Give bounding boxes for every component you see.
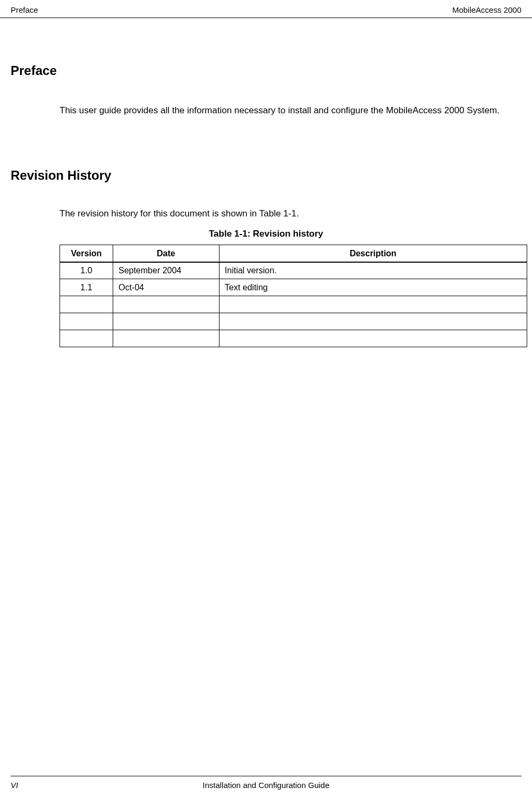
revision-history-heading: Revision History	[11, 168, 521, 183]
col-header-version: Version	[60, 245, 113, 262]
cell-description	[219, 313, 527, 330]
table-row	[60, 296, 527, 313]
footer-page-number: VI	[11, 781, 18, 790]
cell-date: Oct-04	[113, 279, 219, 296]
cell-description: Initial version.	[219, 262, 527, 279]
col-header-date: Date	[113, 245, 219, 262]
content-area: Preface This user guide provides all the…	[0, 18, 532, 347]
cell-date	[113, 296, 219, 313]
cell-version: 1.0	[60, 262, 113, 279]
page-footer: VI Installation and Configuration Guide	[11, 776, 521, 790]
col-header-description: Description	[219, 245, 527, 262]
table-header-row: Version Date Description	[60, 245, 527, 262]
preface-body: This user guide provides all the informa…	[60, 104, 521, 118]
footer-title: Installation and Configuration Guide	[202, 781, 330, 790]
cell-version	[60, 296, 113, 313]
cell-date	[113, 330, 219, 347]
cell-date: September 2004	[113, 262, 219, 279]
header-left: Preface	[11, 5, 38, 14]
table-row: 1.0 September 2004 Initial version.	[60, 262, 527, 279]
header-right: MobileAccess 2000	[452, 5, 521, 14]
table-row: 1.1 Oct-04 Text editing	[60, 279, 527, 296]
table-row	[60, 313, 527, 330]
page-header: Preface MobileAccess 2000	[0, 0, 532, 18]
preface-heading: Preface	[11, 63, 521, 78]
table-row	[60, 330, 527, 347]
revision-history-intro: The revision history for this document i…	[60, 208, 521, 219]
cell-version	[60, 330, 113, 347]
cell-description: Text editing	[219, 279, 527, 296]
cell-description	[219, 330, 527, 347]
cell-version: 1.1	[60, 279, 113, 296]
cell-date	[113, 313, 219, 330]
cell-description	[219, 296, 527, 313]
cell-version	[60, 313, 113, 330]
revision-history-table: Version Date Description 1.0 September 2…	[60, 245, 527, 347]
table-caption: Table 1-1: Revision history	[11, 229, 521, 239]
